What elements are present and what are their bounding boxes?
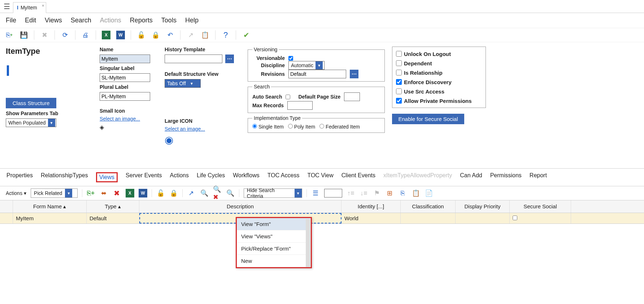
lock-icon[interactable]: 🔒: [151, 31, 160, 39]
lock-row-icon[interactable]: 🔒: [169, 189, 178, 197]
discipline-select[interactable]: Automatic ▼: [288, 61, 325, 70]
menu-views[interactable]: Views: [45, 17, 62, 24]
layout-icon[interactable]: ⊞: [386, 189, 394, 197]
add-row-icon[interactable]: ⎘+: [87, 189, 95, 197]
allow-priv-check[interactable]: [396, 98, 402, 104]
sub-actions-dropdown[interactable]: Actions ▾: [6, 190, 26, 196]
menu-view-form[interactable]: View "Form": [237, 218, 311, 224]
tab-properties[interactable]: Properties: [6, 172, 33, 182]
print-icon[interactable]: 🖨: [81, 31, 90, 39]
enforce-check[interactable]: [396, 79, 402, 85]
versionable-check[interactable]: [288, 56, 293, 61]
single-item-radio[interactable]: Single Item: [252, 124, 284, 130]
header-desc[interactable]: Description: [139, 200, 341, 213]
menu-tools[interactable]: Tools: [161, 17, 177, 24]
menu-search[interactable]: Search: [71, 17, 91, 24]
enable-social-button[interactable]: Enable for Secure Social: [392, 114, 464, 124]
small-icon-link[interactable]: Select an image...: [100, 116, 157, 122]
menu-file[interactable]: File: [6, 17, 16, 24]
auto-search-check[interactable]: [286, 95, 290, 99]
filter-input[interactable]: [324, 189, 342, 197]
sort-desc-icon[interactable]: ↓≡: [360, 189, 368, 197]
header-secure[interactable]: Secure Social: [510, 200, 571, 213]
scrollbar[interactable]: [306, 219, 311, 224]
copy-icon[interactable]: ⎘: [399, 189, 407, 197]
replace-icon[interactable]: ⬌: [100, 189, 108, 197]
unlock-icon[interactable]: 🔓: [137, 31, 145, 39]
default-page-size-input[interactable]: [344, 92, 360, 101]
sort-asc-icon[interactable]: ↑≡: [347, 189, 355, 197]
dependent-check[interactable]: [396, 60, 402, 66]
excel-icon[interactable]: X: [102, 31, 110, 39]
promote-icon[interactable]: ↗: [186, 31, 195, 39]
header-identity[interactable]: Identity [...]: [341, 200, 401, 213]
default-struct-select[interactable]: Tabs Off ▼: [165, 79, 201, 88]
revisions-input[interactable]: [288, 70, 346, 78]
cell-form[interactable]: MyItem: [13, 213, 87, 223]
pick-related-dropdown[interactable]: Pick Related ▼: [31, 188, 78, 198]
cell-identity[interactable]: World: [341, 213, 401, 223]
menu-help[interactable]: Help: [185, 17, 199, 24]
tab-workflows[interactable]: Workflows: [233, 172, 260, 182]
federated-item-radio[interactable]: Federated Item: [319, 124, 360, 130]
poly-item-radio[interactable]: Poly Item: [288, 124, 315, 130]
delete-row-icon[interactable]: ✖: [113, 189, 121, 197]
cell-type[interactable]: Default: [87, 213, 139, 223]
tab-actions[interactable]: Actions: [170, 172, 189, 182]
class-structure-button[interactable]: Class Structure: [6, 98, 56, 108]
hamburger-icon[interactable]: ☰: [4, 2, 10, 11]
paste-icon[interactable]: 📋: [201, 31, 209, 39]
tab-can-add[interactable]: Can Add: [460, 172, 482, 182]
tab-server-events[interactable]: Server Events: [126, 172, 162, 182]
search-row-icon[interactable]: 🔍: [200, 189, 209, 197]
excel-export-icon[interactable]: X: [126, 189, 134, 197]
word-export-icon[interactable]: W: [139, 189, 147, 197]
save-icon[interactable]: 💾: [19, 31, 28, 39]
cell-class[interactable]: [401, 213, 456, 223]
tab-life-cycles[interactable]: Life Cycles: [197, 172, 225, 182]
table-row[interactable]: MyItem Default World: [0, 213, 644, 224]
large-icon-link[interactable]: Select an image...: [165, 126, 240, 132]
revisions-browse-button[interactable]: ⋯: [350, 70, 358, 78]
search-cancel-icon[interactable]: 🔍✖: [213, 189, 222, 197]
singular-input[interactable]: [100, 73, 150, 82]
delete-icon[interactable]: ✖: [40, 31, 49, 39]
plural-input[interactable]: [100, 92, 150, 101]
use-src-check[interactable]: [396, 88, 402, 94]
header-class[interactable]: Classification: [401, 200, 456, 213]
tab-toc-access[interactable]: TOC Access: [267, 172, 300, 182]
menu-edit[interactable]: Edit: [25, 17, 36, 24]
header-form[interactable]: Form Name ▴: [13, 200, 87, 213]
history-input[interactable]: [165, 55, 222, 63]
cell-prio[interactable]: [456, 213, 510, 223]
hide-search-dropdown[interactable]: Hide Search Criteria ▼: [244, 188, 302, 198]
flag-icon[interactable]: ⚑: [373, 189, 381, 197]
name-input[interactable]: [100, 55, 150, 63]
word-icon[interactable]: W: [116, 31, 125, 39]
tab-views[interactable]: Views: [96, 172, 118, 182]
history-browse-button[interactable]: ⋯: [225, 55, 234, 63]
menu-reports[interactable]: Reports: [130, 17, 153, 24]
tab-reltypes[interactable]: RelationshipTypes: [41, 172, 88, 182]
unlock-check[interactable]: [396, 51, 402, 57]
doc-icon[interactable]: 📄: [425, 189, 433, 197]
header-type[interactable]: Type ▴: [87, 200, 139, 213]
tab-reports[interactable]: Report: [530, 172, 547, 182]
undo-icon[interactable]: ↶: [166, 31, 174, 39]
done-icon[interactable]: ✔: [242, 31, 251, 39]
tab-myitem[interactable]: I MyItem ×: [13, 2, 46, 13]
close-icon[interactable]: ×: [42, 3, 44, 8]
max-records-input[interactable]: [287, 101, 313, 110]
menu-actions[interactable]: Actions: [100, 17, 121, 24]
secure-check[interactable]: [513, 216, 517, 220]
header-prio[interactable]: Display Priority: [456, 200, 510, 213]
is-rel-check[interactable]: [396, 70, 402, 75]
tab-toc-view[interactable]: TOC View: [307, 172, 333, 182]
promote-row-icon[interactable]: ↗: [187, 189, 196, 197]
list-icon[interactable]: ☰: [311, 189, 320, 197]
tab-permissions[interactable]: Permissions: [490, 172, 522, 182]
paste-row-icon[interactable]: 📋: [412, 189, 420, 197]
new-icon[interactable]: ⎘+: [5, 31, 14, 39]
help-icon[interactable]: ?: [221, 31, 230, 39]
refresh-icon[interactable]: ⟳: [61, 31, 69, 39]
